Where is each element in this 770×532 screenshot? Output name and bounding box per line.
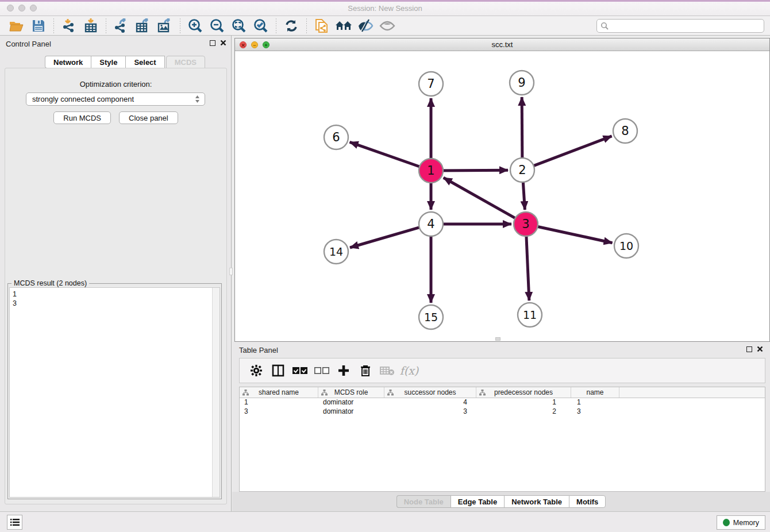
network-graph[interactable]: 7968124314101511 <box>235 51 769 341</box>
close-table-panel-icon[interactable] <box>757 346 763 352</box>
graph-node-label-2: 2 <box>518 163 526 177</box>
optimization-criterion-select[interactable]: strongly connected component <box>26 92 205 106</box>
zoom-selected-icon[interactable] <box>252 18 270 34</box>
tab-mcds[interactable]: MCDS <box>166 56 205 68</box>
search-field[interactable] <box>596 19 764 33</box>
graph-node-label-1: 1 <box>427 164 434 178</box>
mcds-result-text[interactable]: 1 3 <box>9 287 220 498</box>
titlebar-accent <box>0 0 770 2</box>
cell-predecessor-nodes[interactable]: 1 <box>476 398 571 407</box>
float-table-panel-icon[interactable] <box>746 346 752 352</box>
cell-name[interactable]: 1 <box>571 398 619 407</box>
search-icon <box>600 22 609 30</box>
graph-edge-3-11[interactable] <box>526 228 529 300</box>
select-all-checks-icon[interactable] <box>290 362 310 379</box>
graph-edge-3-1[interactable] <box>444 178 523 222</box>
toolbar-separator <box>306 18 307 33</box>
deselect-checks-icon[interactable] <box>312 362 332 379</box>
status-bar: Memory <box>0 511 770 532</box>
cell-shared-name[interactable]: 3 <box>240 407 318 417</box>
column-header-name[interactable]: name <box>571 387 619 398</box>
cell-predecessor-nodes[interactable]: 2 <box>476 407 571 417</box>
table-panel-title: Table Panel <box>239 346 278 354</box>
toolbar-separator <box>276 18 276 33</box>
delete-table-icon <box>378 362 397 379</box>
toggle-visibility-icon[interactable] <box>357 18 374 34</box>
tab-edge-table[interactable]: Edge Table <box>451 495 504 508</box>
graph-node-label-7: 7 <box>427 77 434 91</box>
save-session-icon[interactable] <box>30 18 47 34</box>
graph-edge-1-2[interactable] <box>434 170 508 171</box>
tab-network[interactable]: Network <box>45 56 91 68</box>
export-network-icon[interactable] <box>113 18 130 34</box>
homes-icon[interactable] <box>335 18 352 34</box>
graph-node-label-14: 14 <box>329 245 343 258</box>
list-icon <box>10 518 20 526</box>
splitter-handle[interactable] <box>229 268 233 275</box>
graph-edge-3-10[interactable] <box>529 225 613 242</box>
column-header-mcds-role[interactable]: MCDS role <box>318 387 384 398</box>
result-line: 1 <box>13 290 217 299</box>
tab-motifs[interactable]: Motifs <box>569 495 606 508</box>
table-tab-band: Node Table Edge Table Network Table Moti… <box>232 492 770 511</box>
column-header-predecessor-nodes[interactable]: predecessor nodes <box>476 387 571 398</box>
zoom-fit-icon[interactable] <box>230 18 248 34</box>
zoom-in-icon[interactable] <box>187 18 204 34</box>
tab-style[interactable]: Style <box>91 56 125 68</box>
application-window: Session: New Session <box>0 0 770 532</box>
graph-edge-1-6[interactable] <box>350 142 428 169</box>
network-view-window: ✕ − + scc.txt 7968124314101511 <box>234 38 770 342</box>
table-row[interactable]: 1 dominator 4 1 1 <box>240 398 765 407</box>
node-table[interactable]: shared name MCDS role successor nodes pr… <box>239 387 765 492</box>
memory-status-icon <box>723 519 730 526</box>
tab-select[interactable]: Select <box>125 56 164 68</box>
cell-mcds-role[interactable]: dominator <box>318 407 384 417</box>
float-panel-icon[interactable] <box>210 40 215 46</box>
column-header-successor-nodes[interactable]: successor nodes <box>384 387 476 398</box>
graph-node-label-15: 15 <box>424 311 438 323</box>
task-history-button[interactable] <box>7 515 22 530</box>
open-session-icon[interactable] <box>8 18 25 34</box>
table-row[interactable]: 3 dominator 3 2 3 <box>240 407 765 417</box>
control-panel-title: Control Panel <box>6 40 51 48</box>
network-canvas[interactable]: 7968124314101511 <box>235 51 769 341</box>
delete-column-icon[interactable] <box>356 362 375 379</box>
tab-network-table[interactable]: Network Table <box>504 495 569 508</box>
toolbar-separator <box>106 18 106 33</box>
run-mcds-button[interactable]: Run MCDS <box>53 111 111 124</box>
close-panel-icon[interactable] <box>220 40 226 46</box>
tab-node-table[interactable]: Node Table <box>396 495 451 508</box>
zoom-out-icon[interactable] <box>209 18 226 34</box>
memory-button[interactable]: Memory <box>717 515 765 530</box>
hierarchy-icon <box>321 390 328 396</box>
graph-edge-2-9[interactable] <box>522 97 522 167</box>
graph-node-label-3: 3 <box>522 217 529 231</box>
cell-successor-nodes[interactable]: 3 <box>384 407 476 417</box>
cell-successor-nodes[interactable]: 4 <box>384 398 476 407</box>
result-scrollbar[interactable] <box>212 288 220 497</box>
graph-edge-4-14[interactable] <box>350 225 428 248</box>
import-table-icon[interactable] <box>82 18 99 34</box>
graph-edge-2-8[interactable] <box>526 136 612 169</box>
search-input[interactable] <box>609 20 764 32</box>
column-header-shared-name[interactable]: shared name <box>240 387 318 398</box>
import-network-icon[interactable] <box>60 18 78 34</box>
export-table-icon[interactable] <box>134 18 152 34</box>
canvas-hscroll-thumb[interactable] <box>495 337 500 341</box>
network-window-titlebar[interactable]: ✕ − + scc.txt <box>235 38 769 51</box>
copy-network-icon[interactable] <box>313 18 330 34</box>
close-panel-button[interactable]: Close panel <box>119 111 178 124</box>
add-column-icon[interactable] <box>334 362 353 379</box>
hierarchy-icon <box>387 390 394 396</box>
eye-icon[interactable] <box>379 18 396 34</box>
cell-name[interactable]: 3 <box>571 407 619 417</box>
column-layout-icon[interactable] <box>268 362 288 379</box>
cell-shared-name[interactable]: 1 <box>240 398 318 407</box>
settings-gear-icon[interactable] <box>247 362 266 379</box>
session-title: Session: New Session <box>0 4 770 13</box>
export-image-icon[interactable] <box>156 18 174 34</box>
cell-mcds-role[interactable]: dominator <box>318 398 384 407</box>
result-line: 3 <box>13 299 217 308</box>
graph-node-label-10: 10 <box>619 240 633 252</box>
refresh-layout-icon[interactable] <box>283 18 300 34</box>
